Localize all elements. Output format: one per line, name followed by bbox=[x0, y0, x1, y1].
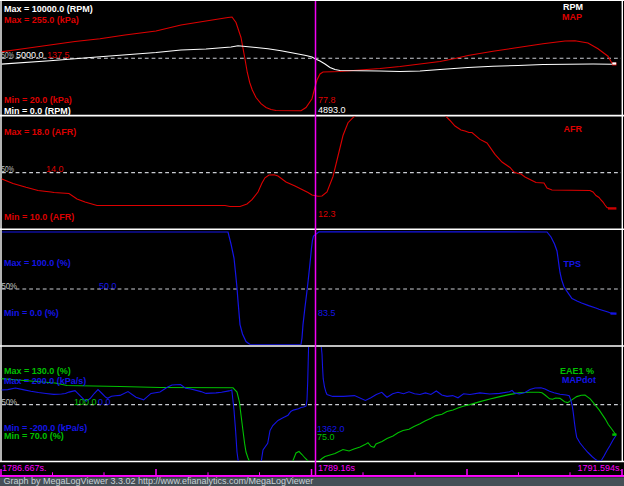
svg-text:Max = 18.0 (AFR): Max = 18.0 (AFR) bbox=[4, 127, 76, 137]
svg-text:1786.667s.: 1786.667s. bbox=[2, 463, 47, 473]
svg-text:Min = 0.0 (%): Min = 0.0 (%) bbox=[4, 308, 59, 318]
svg-text:Min = 10.0 (AFR): Min = 10.0 (AFR) bbox=[4, 212, 74, 222]
svg-text:137.5: 137.5 bbox=[47, 50, 70, 60]
svg-text:83.5: 83.5 bbox=[318, 308, 336, 318]
svg-text:Max = 130.0 (%): Max = 130.0 (%) bbox=[4, 366, 71, 376]
svg-text:MAP: MAP bbox=[562, 12, 582, 22]
svg-text:12.3: 12.3 bbox=[318, 209, 336, 219]
svg-text:Min = 20.0 (kPa): Min = 20.0 (kPa) bbox=[4, 95, 72, 105]
svg-text:5000.0: 5000.0 bbox=[16, 50, 44, 60]
svg-text:Min = 70.0 (%): Min = 70.0 (%) bbox=[4, 431, 64, 441]
svg-text:14.0: 14.0 bbox=[46, 164, 64, 174]
svg-text:4893.0: 4893.0 bbox=[318, 105, 346, 115]
svg-text:AFR: AFR bbox=[564, 124, 583, 134]
svg-text:50.0: 50.0 bbox=[99, 281, 117, 291]
svg-text:Min = 0.0 (RPM): Min = 0.0 (RPM) bbox=[4, 106, 71, 116]
svg-text:50%: 50% bbox=[2, 397, 18, 407]
svg-text:50%: 50% bbox=[2, 281, 18, 291]
svg-text:Max = 10000.0 (RPM): Max = 10000.0 (RPM) bbox=[4, 4, 93, 14]
svg-text:100.0: 100.0 bbox=[74, 397, 97, 407]
svg-text:Max = 200.0 (kPa/s): Max = 200.0 (kPa/s) bbox=[4, 376, 86, 386]
svg-text:MAPdot: MAPdot bbox=[562, 375, 596, 385]
svg-text:50%: 50% bbox=[2, 164, 15, 174]
svg-text:1789.16s: 1789.16s bbox=[318, 463, 356, 473]
svg-text:1791.594s.: 1791.594s. bbox=[577, 463, 622, 473]
svg-text:75.0: 75.0 bbox=[317, 432, 335, 442]
svg-text:Max = 255.0 (kPa): Max = 255.0 (kPa) bbox=[4, 15, 79, 25]
svg-text:0.0: 0.0 bbox=[98, 397, 111, 407]
svg-text:50%: 50% bbox=[2, 50, 15, 60]
svg-text:Graph by MegaLogViewer 3.3.02: Graph by MegaLogViewer 3.3.02 http://www… bbox=[4, 476, 314, 486]
svg-text:Max = 100.0 (%): Max = 100.0 (%) bbox=[4, 258, 71, 268]
svg-text:RPM: RPM bbox=[563, 2, 583, 12]
svg-text:77.8: 77.8 bbox=[318, 95, 336, 105]
svg-text:TPS: TPS bbox=[563, 259, 581, 269]
